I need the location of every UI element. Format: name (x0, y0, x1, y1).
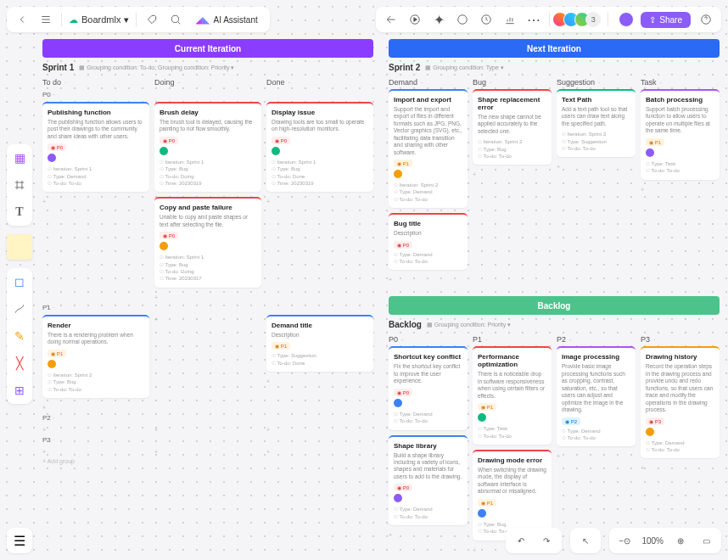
card[interactable]: Brush delayThe brush tool is delayed, ca… (154, 102, 261, 192)
topbar-right: ✦ ⋯ 3 ⇪ Share (376, 7, 721, 32)
card[interactable]: Copy and paste failureUnable to copy and… (154, 197, 261, 287)
add-card-button[interactable]: + (42, 197, 149, 206)
frame-icon[interactable] (11, 176, 28, 193)
card[interactable]: RenderThere is a rendering problem when … (42, 315, 149, 398)
undo-button[interactable]: ↶ (512, 532, 529, 549)
add-card-button[interactable]: + (42, 403, 149, 412)
card[interactable]: Drawing historyRecord the operation step… (641, 346, 720, 458)
card-meta: Type: DemandTo-do: To-do (394, 506, 462, 520)
add-card-button[interactable]: + (641, 463, 720, 473)
column-header[interactable]: Suggestion · (557, 76, 636, 89)
column: Image processingProvide basic image proc… (557, 346, 636, 554)
add-card-button[interactable]: + (389, 530, 468, 540)
column-header[interactable]: Doing · (154, 76, 261, 89)
menu-button[interactable] (37, 11, 54, 28)
column-header[interactable]: Task · (641, 76, 720, 89)
card[interactable]: Drawing mode errorWhen switching the dra… (473, 450, 552, 540)
add-card-button[interactable]: + (389, 275, 468, 284)
add-card-button[interactable]: + (266, 425, 373, 434)
chart-icon[interactable] (501, 11, 518, 28)
card-title: Render (48, 322, 144, 329)
card[interactable]: Display issueDrawing tools are too small… (266, 102, 373, 192)
add-card-button[interactable]: + (641, 185, 720, 194)
avatar-overflow: 3 (585, 12, 601, 27)
sparkle-icon[interactable]: ✦ (430, 11, 447, 28)
add-card-button[interactable]: + (557, 162, 636, 171)
search-button[interactable] (167, 11, 184, 28)
play-icon[interactable] (406, 11, 423, 28)
assignee-avatar (394, 494, 402, 502)
line-icon[interactable]: ╳ (11, 355, 28, 372)
priority-badge: ◉ P3 (646, 417, 664, 425)
card[interactable]: Import and exportSupport the import and … (389, 89, 468, 208)
card[interactable]: Publishing functionThe publishing functi… (42, 102, 149, 192)
ai-assistant-button[interactable]: ◢◣ AI Assistant (191, 14, 262, 26)
zoom-in-button[interactable]: ⊕ (672, 532, 689, 549)
add-card-button[interactable]: + (266, 447, 373, 456)
card[interactable]: Text PathAdd a text path tool so that us… (557, 89, 636, 157)
share-icon: ⇪ (649, 15, 656, 25)
column-header[interactable]: Bug · (473, 76, 552, 89)
redo-button[interactable]: ↷ (538, 532, 555, 549)
priority-badge: ◉ P1 (478, 403, 496, 411)
add-card-button[interactable]: + (154, 293, 261, 302)
column-header[interactable]: Done · (266, 76, 373, 89)
priority-group-header[interactable]: P2 · (42, 412, 373, 425)
more-icon[interactable]: ⋯ (525, 11, 542, 28)
add-group-button[interactable]: + Add group (42, 456, 373, 466)
add-card-button[interactable]: + (266, 197, 373, 206)
pointer-icon[interactable]: ↖ (577, 532, 594, 549)
back-button[interactable] (14, 11, 31, 28)
zoom-level[interactable]: 100% (641, 536, 664, 546)
column-header[interactable]: Demand · (389, 76, 468, 89)
text-icon[interactable]: T (11, 204, 28, 221)
template-icon[interactable]: ▦ (11, 149, 28, 166)
add-card-button[interactable]: + (557, 451, 636, 461)
add-card-button[interactable]: + (154, 447, 261, 456)
add-card-button[interactable]: + (42, 425, 149, 434)
add-card-button[interactable]: + (154, 425, 261, 434)
shape-icon[interactable]: ◻ (11, 273, 28, 290)
add-card-button[interactable]: + (154, 315, 261, 324)
card[interactable]: Bug titleDescription◉ P0Type: DemandTo-d… (389, 213, 468, 270)
priority-group-header[interactable]: P0 · (42, 89, 373, 102)
connector-icon[interactable] (11, 300, 28, 317)
card[interactable]: Shortcut key conflictFix the shortcut ke… (389, 346, 468, 429)
column: Shape replacement errorThe new shape can… (473, 89, 552, 284)
column-header[interactable]: P3 · (641, 333, 720, 346)
card[interactable]: Shape replacement errorThe new shape can… (473, 89, 552, 165)
priority-group-header[interactable]: P1 · (42, 302, 373, 315)
card[interactable]: Demand titleDescription◉ P1Type: Suggest… (266, 315, 373, 372)
share-button[interactable]: ⇪ Share (641, 12, 691, 28)
column-header[interactable]: To do · (42, 76, 149, 89)
column-header[interactable]: P1 · (473, 333, 552, 346)
history-icon[interactable] (478, 11, 495, 28)
step-back-icon[interactable] (383, 11, 400, 28)
priority-group-header[interactable]: P3 · (42, 434, 373, 447)
zoom-out-button[interactable]: −⊙ (616, 532, 633, 549)
column-header[interactable]: P0 · (389, 333, 468, 346)
sticky-note-tool[interactable] (7, 234, 32, 260)
add-card-button[interactable]: + (266, 377, 373, 386)
column: Shortcut key conflictFix the shortcut ke… (389, 346, 468, 554)
add-card-button[interactable]: + (42, 447, 149, 456)
card[interactable]: Shape libraryBuild a shape library inclu… (389, 435, 468, 526)
card[interactable]: Image processingProvide basic image proc… (557, 346, 636, 446)
column-header[interactable]: P2 · (557, 333, 636, 346)
card[interactable]: Batch processingSupport batch processing… (641, 89, 720, 180)
current-user-avatar[interactable] (619, 12, 634, 27)
feedback-button[interactable]: ☰ (7, 528, 32, 553)
presence-avatars[interactable]: 3 (557, 12, 601, 27)
comment-icon[interactable] (454, 11, 471, 28)
card[interactable]: Performance optimizationThere is a notic… (473, 346, 552, 445)
canvas[interactable]: Current IterationSprint 1 ▦ Grouping con… (0, 0, 728, 560)
pen-icon[interactable]: ✎ (11, 328, 28, 344)
board-title[interactable]: ☁ Boardmlx ▾ (69, 14, 129, 25)
add-card-button[interactable]: + (473, 170, 552, 179)
tag-button[interactable] (143, 11, 160, 28)
chevron-down-icon: ▾ (124, 14, 129, 25)
minimap-button[interactable]: ▭ (697, 532, 714, 549)
priority-badge: ◉ P0 (394, 241, 412, 249)
help-icon[interactable] (697, 11, 714, 28)
more-tools-icon[interactable]: ⊞ (11, 382, 28, 399)
